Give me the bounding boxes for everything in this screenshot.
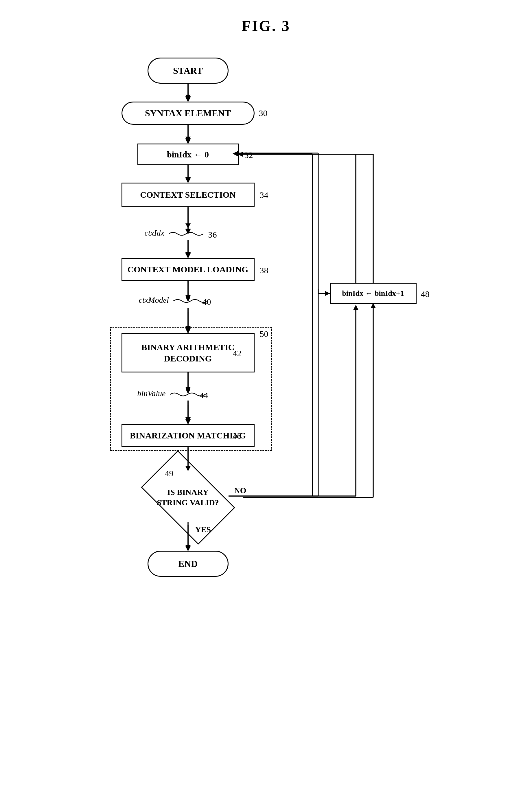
binary-arithmetic-decoding-label: BINARY ARITHMETIC DECODING [141, 342, 234, 364]
svg-marker-58 [353, 305, 358, 310]
end-label: END [178, 558, 198, 569]
decision-ref: 49 [165, 469, 174, 478]
svg-marker-1 [186, 95, 191, 99]
dashed-outer-ref: 50 [260, 329, 268, 339]
binidx-inc-node: binIdx ← binIdx+1 [330, 283, 417, 304]
svg-marker-35 [186, 178, 191, 183]
binarization-matching-ref: 46 [233, 431, 242, 441]
ctxidx-signal: ctxIdx [145, 228, 203, 238]
binidx-init-label: binIdx ← 0 [167, 150, 209, 160]
binidx-inc-ref: 48 [421, 289, 430, 299]
decision-diamond: IS BINARY STRING VALID? [133, 470, 243, 525]
no-label: NO [234, 486, 246, 495]
yes-label: YES [195, 525, 211, 534]
context-model-loading-ref: 38 [260, 265, 268, 275]
context-model-loading-label: CONTEXT MODEL LOADING [128, 264, 248, 274]
context-selection-ref: 34 [260, 190, 268, 200]
binidx-init-node: binIdx ← 0 [137, 144, 239, 165]
svg-marker-3 [186, 136, 191, 142]
end-node: END [148, 551, 229, 577]
svg-marker-25 [325, 291, 330, 296]
start-label: START [173, 66, 203, 76]
start-node: START [148, 58, 229, 84]
svg-marker-9 [186, 252, 191, 257]
ctxmodel-signal: ctxModel [139, 295, 208, 305]
binidx-init-ref: 32 [244, 150, 253, 160]
context-model-loading-node: CONTEXT MODEL LOADING [121, 258, 254, 281]
svg-marker-5 [186, 177, 191, 182]
svg-marker-31 [186, 96, 191, 102]
page-title: FIG. 3 [242, 17, 290, 34]
svg-marker-51 [186, 546, 191, 551]
binvalue-ref: 44 [200, 390, 208, 400]
context-selection-node: CONTEXT SELECTION [121, 183, 254, 207]
svg-marker-33 [186, 138, 191, 144]
decision-label: IS BINARY STRING VALID? [157, 487, 219, 508]
svg-marker-39 [186, 253, 191, 258]
binary-arithmetic-decoding-ref: 42 [233, 348, 242, 358]
binarization-matching-label: BINARIZATION MATCHING [130, 430, 246, 440]
binidx-inc-label: binIdx ← binIdx+1 [342, 289, 404, 298]
context-selection-label: CONTEXT SELECTION [140, 190, 235, 200]
syntax-element-label: SYNTAX ELEMENT [145, 108, 231, 118]
svg-marker-7 [186, 223, 191, 228]
syntax-element-node: SYNTAX ELEMENT [121, 102, 254, 125]
ctxidx-ref: 36 [208, 230, 217, 240]
ctxmodel-ref: 40 [203, 297, 211, 307]
syntax-element-ref: 30 [259, 108, 268, 118]
svg-marker-21 [186, 545, 191, 550]
binvalue-signal: binValue [137, 389, 205, 399]
